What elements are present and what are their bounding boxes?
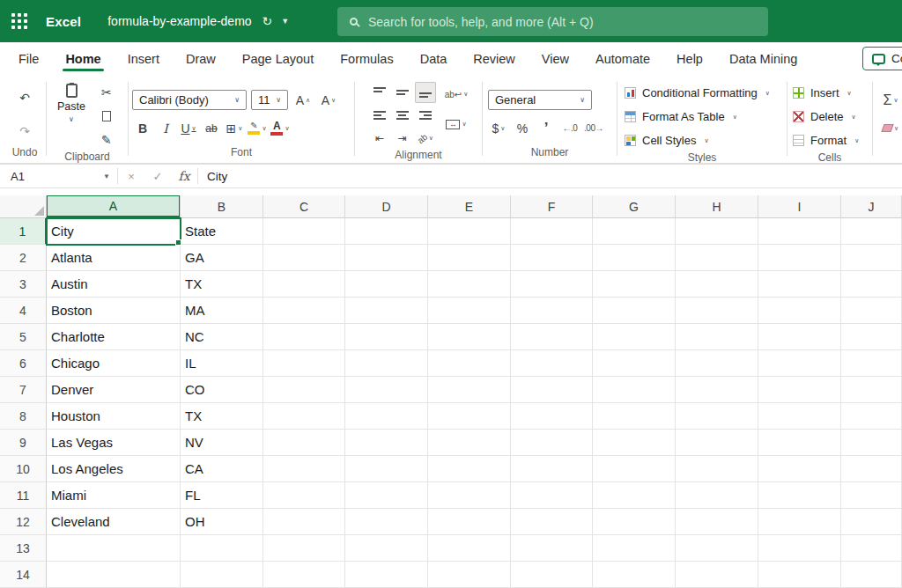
cell-B10[interactable]: CA: [181, 456, 263, 482]
cell-H12[interactable]: [676, 509, 758, 535]
cell-D4[interactable]: [345, 298, 428, 324]
cell-F7[interactable]: [511, 377, 593, 403]
cell-G13[interactable]: [593, 535, 676, 562]
align-middle-button[interactable]: [392, 82, 413, 103]
cell-C3[interactable]: [263, 271, 345, 298]
cell-E4[interactable]: [428, 298, 511, 324]
increase-decimal-button[interactable]: ←.0: [559, 118, 580, 139]
insert-cells-button[interactable]: Insert∨: [793, 82, 870, 104]
cell-D2[interactable]: [345, 245, 428, 271]
cell-H11[interactable]: [676, 482, 758, 509]
cell-B1[interactable]: State: [181, 218, 263, 245]
bold-button[interactable]: B: [132, 118, 153, 139]
cell-E13[interactable]: [428, 535, 511, 562]
cell-G2[interactable]: [593, 245, 676, 271]
cell-H7[interactable]: [676, 377, 758, 403]
cell-I3[interactable]: [758, 271, 841, 298]
row-header-1[interactable]: 1: [0, 218, 47, 245]
cell-C11[interactable]: [263, 482, 345, 509]
cell-D14[interactable]: [345, 562, 428, 588]
cell-H10[interactable]: [676, 456, 758, 482]
cell-A7[interactable]: Denver: [47, 377, 181, 403]
row-header-5[interactable]: 5: [0, 324, 47, 350]
cell-C2[interactable]: [263, 245, 345, 271]
cell-F9[interactable]: [511, 430, 593, 456]
cell-styles-button[interactable]: Cell Styles∨: [625, 129, 785, 151]
cell-I2[interactable]: [758, 245, 841, 271]
cell-A10[interactable]: Los Angeles: [47, 456, 181, 482]
cell-H2[interactable]: [676, 245, 758, 271]
cell-E2[interactable]: [428, 245, 511, 271]
chevron-down-icon[interactable]: ▼: [281, 17, 289, 26]
cell-B12[interactable]: OH: [181, 509, 263, 535]
cell-F10[interactable]: [511, 456, 593, 482]
cell-B5[interactable]: NC: [181, 324, 263, 350]
row-header-8[interactable]: 8: [0, 403, 47, 430]
cell-B7[interactable]: CO: [181, 377, 263, 403]
cell-C1[interactable]: [263, 218, 345, 245]
column-header-H[interactable]: H: [676, 195, 758, 218]
tab-automate[interactable]: Automate: [582, 42, 663, 75]
row-header-2[interactable]: 2: [0, 245, 47, 271]
cell-J7[interactable]: [841, 377, 902, 403]
cell-F12[interactable]: [511, 509, 593, 535]
decrease-decimal-button[interactable]: .00→: [583, 118, 604, 139]
cell-I8[interactable]: [758, 403, 841, 430]
cell-H5[interactable]: [676, 324, 758, 350]
column-header-A[interactable]: A: [47, 195, 181, 218]
comments-button[interactable]: Co: [862, 47, 902, 70]
cell-B11[interactable]: FL: [181, 482, 263, 509]
tab-review[interactable]: Review: [460, 42, 529, 75]
grow-font-button[interactable]: A∧: [292, 90, 314, 111]
align-left-button[interactable]: [369, 105, 390, 126]
shrink-font-button[interactable]: A∨: [318, 90, 339, 111]
cell-J3[interactable]: [841, 271, 902, 298]
tab-draw[interactable]: Draw: [173, 42, 229, 75]
cell-B4[interactable]: MA: [181, 298, 263, 324]
cell-F4[interactable]: [511, 298, 593, 324]
redo-button[interactable]: ↷: [14, 121, 35, 142]
cell-H14[interactable]: [676, 562, 758, 588]
tab-view[interactable]: View: [529, 42, 582, 75]
cell-C4[interactable]: [263, 298, 345, 324]
select-all-corner[interactable]: [0, 195, 47, 218]
cell-I6[interactable]: [758, 350, 841, 377]
cell-E9[interactable]: [428, 430, 511, 456]
strikethrough-button[interactable]: ab: [201, 118, 222, 139]
row-header-11[interactable]: 11: [0, 482, 47, 509]
column-header-C[interactable]: C: [263, 195, 345, 218]
cell-C5[interactable]: [263, 324, 345, 350]
fill-color-button[interactable]: ✎ ∨: [247, 118, 268, 139]
autosum-button[interactable]: Σ∨: [880, 90, 901, 111]
cell-I14[interactable]: [758, 562, 841, 588]
cell-A3[interactable]: Austin: [47, 271, 181, 298]
cell-D8[interactable]: [345, 403, 428, 430]
cell-E14[interactable]: [428, 562, 511, 588]
tab-file[interactable]: File: [5, 42, 52, 75]
cell-H3[interactable]: [676, 271, 758, 298]
formula-input[interactable]: City: [207, 170, 227, 183]
cell-E5[interactable]: [428, 324, 511, 350]
cell-F13[interactable]: [511, 535, 593, 562]
number-format-select[interactable]: General ∨: [488, 90, 592, 110]
format-cells-button[interactable]: Format∨: [793, 129, 870, 151]
tab-data-mining[interactable]: Data Mining: [716, 42, 810, 75]
cell-A11[interactable]: Miami: [47, 482, 181, 509]
cell-D5[interactable]: [345, 324, 428, 350]
font-color-button[interactable]: A ∨: [270, 118, 291, 139]
cell-J12[interactable]: [841, 509, 902, 535]
cell-J11[interactable]: [841, 482, 902, 509]
align-top-button[interactable]: [369, 82, 390, 103]
cell-A14[interactable]: [47, 562, 181, 588]
cell-A4[interactable]: Boston: [47, 298, 181, 324]
cell-G8[interactable]: [593, 403, 676, 430]
cell-E10[interactable]: [428, 456, 511, 482]
row-header-9[interactable]: 9: [0, 430, 47, 456]
cell-G14[interactable]: [593, 562, 676, 588]
cell-J10[interactable]: [841, 456, 902, 482]
cell-I1[interactable]: [758, 218, 841, 245]
column-header-D[interactable]: D: [345, 195, 428, 218]
copy-button[interactable]: [96, 106, 117, 127]
cell-H13[interactable]: [676, 535, 758, 562]
cell-J4[interactable]: [841, 298, 902, 324]
